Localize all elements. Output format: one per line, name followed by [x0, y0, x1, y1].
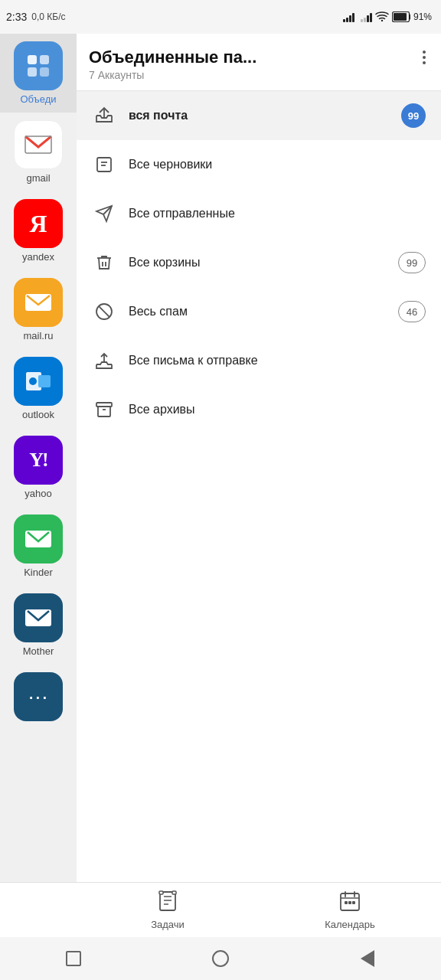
- spam-badge: 46: [398, 301, 426, 322]
- content-panel: Объединенные па... 7 Аккаунты: [77, 34, 441, 937]
- sidebar-item-kinder[interactable]: Kinder: [0, 507, 77, 586]
- nav-bar: [0, 937, 441, 980]
- menu-item-inbox[interactable]: вся почта 99: [77, 91, 441, 140]
- svg-line-21: [99, 306, 109, 317]
- svg-rect-15: [97, 158, 111, 172]
- panel-subtitle: 7 Аккаунты: [89, 69, 420, 81]
- dot2: [423, 56, 426, 59]
- svg-rect-35: [345, 901, 348, 904]
- menu-item-spam[interactable]: Весь спам 46: [77, 287, 441, 336]
- outbox-icon: [92, 348, 116, 373]
- archive-icon: [92, 397, 116, 422]
- yahoo-label: yahoo: [24, 488, 51, 499]
- status-bar: 2:33 0,0 КБ/с: [0, 0, 441, 34]
- nav-back-button[interactable]: [352, 943, 383, 974]
- svg-rect-4: [40, 55, 49, 64]
- more-icon: ···: [14, 672, 63, 721]
- svg-point-11: [29, 377, 37, 385]
- mailru-label: mail.ru: [23, 330, 53, 341]
- status-time: 2:33: [6, 11, 27, 23]
- sidebar-item-outlook[interactable]: outlook: [0, 349, 77, 428]
- panel-title: Объединенные па...: [89, 47, 420, 67]
- svg-rect-5: [28, 67, 37, 77]
- svg-rect-3: [28, 55, 37, 64]
- nav-home-button[interactable]: [205, 943, 236, 974]
- svg-rect-37: [352, 901, 355, 904]
- menu-item-drafts[interactable]: Все черновики: [77, 140, 441, 189]
- battery-icon: 91%: [392, 11, 432, 22]
- gmail-label: gmail: [26, 172, 50, 184]
- spam-label: Весь спам: [129, 305, 398, 318]
- combined-label: Объеди: [20, 93, 56, 105]
- menu-item-trash[interactable]: Все корзины 99: [77, 238, 441, 287]
- tab-tasks[interactable]: Задачи: [0, 890, 259, 930]
- calendar-icon: [339, 890, 361, 916]
- sidebar-item-mother[interactable]: Mother: [0, 586, 77, 665]
- trash-icon: [92, 250, 116, 275]
- sent-label: Все отправленные: [129, 207, 426, 220]
- tab-calendar[interactable]: Календарь: [259, 890, 441, 930]
- main-layout: Объеди gmail Я yandex: [0, 34, 441, 937]
- sidebar-item-gmail[interactable]: gmail: [0, 113, 77, 191]
- dot3: [423, 61, 426, 64]
- inbox-label: вся почта: [129, 109, 401, 122]
- mailru-icon: [14, 278, 63, 327]
- menu-list: вся почта 99 Все черновики: [77, 91, 441, 937]
- sidebar-item-more[interactable]: ···: [0, 665, 77, 732]
- status-speed: 0,0 КБ/с: [31, 11, 65, 22]
- sidebar-item-yahoo[interactable]: Y! yahoo: [0, 428, 77, 507]
- svg-rect-6: [40, 67, 49, 77]
- archive-label: Все архивы: [129, 403, 426, 416]
- sidebar: Объеди gmail Я yandex: [0, 34, 77, 937]
- tasks-icon: [157, 890, 178, 916]
- combined-icon: [14, 41, 63, 90]
- svg-rect-10: [38, 375, 51, 387]
- sidebar-item-combined[interactable]: Объеди: [0, 34, 77, 113]
- wifi-icon: [375, 11, 389, 24]
- yahoo-icon: Y!: [14, 436, 63, 485]
- panel-header-text: Объединенные па... 7 Аккаунты: [89, 47, 420, 81]
- battery-percent: 91%: [413, 11, 432, 22]
- signal-bars-2: [361, 11, 372, 22]
- outlook-label: outlook: [22, 409, 54, 420]
- outbox-label: Все письма к отправке: [129, 354, 426, 368]
- mother-icon: [14, 593, 63, 642]
- sidebar-item-mailru[interactable]: mail.ru: [0, 270, 77, 349]
- svg-rect-29: [159, 891, 163, 894]
- nav-square-button[interactable]: [58, 943, 89, 974]
- menu-item-archive[interactable]: Все архивы: [77, 385, 441, 434]
- svg-point-0: [381, 19, 383, 21]
- trash-badge: 99: [398, 252, 426, 273]
- panel-menu-button[interactable]: [420, 47, 429, 67]
- mother-label: Mother: [23, 645, 54, 657]
- signal-bars-1: [343, 11, 354, 22]
- nav-back-icon: [361, 950, 374, 967]
- gmail-icon: [14, 120, 63, 169]
- inbox-badge: 99: [401, 103, 426, 128]
- drafts-label: Все черновики: [129, 158, 426, 172]
- tasks-label: Задачи: [151, 919, 185, 930]
- nav-home-icon: [212, 950, 229, 967]
- menu-item-outbox[interactable]: Все письма к отправке: [77, 336, 441, 385]
- nav-square-icon: [66, 951, 81, 966]
- kinder-label: Kinder: [24, 567, 53, 578]
- drafts-icon: [92, 152, 116, 177]
- inbox-icon: [92, 103, 116, 128]
- kinder-icon: [14, 514, 63, 564]
- sidebar-item-yandex[interactable]: Я yandex: [0, 191, 77, 270]
- outlook-icon: [14, 357, 63, 406]
- yandex-icon: Я: [14, 199, 63, 248]
- yandex-label: yandex: [22, 251, 54, 263]
- calendar-label: Календарь: [325, 919, 375, 930]
- svg-rect-23: [96, 403, 112, 407]
- trash-label: Все корзины: [129, 256, 398, 270]
- sent-icon: [92, 201, 116, 226]
- svg-rect-36: [348, 901, 351, 904]
- svg-rect-2: [394, 13, 407, 21]
- status-icons: 91%: [343, 11, 432, 24]
- spam-icon: [92, 299, 116, 324]
- svg-rect-30: [172, 891, 176, 894]
- panel-header: Объединенные па... 7 Аккаунты: [77, 34, 441, 91]
- bottom-tabs: Задачи Календарь: [0, 882, 441, 937]
- menu-item-sent[interactable]: Все отправленные: [77, 189, 441, 238]
